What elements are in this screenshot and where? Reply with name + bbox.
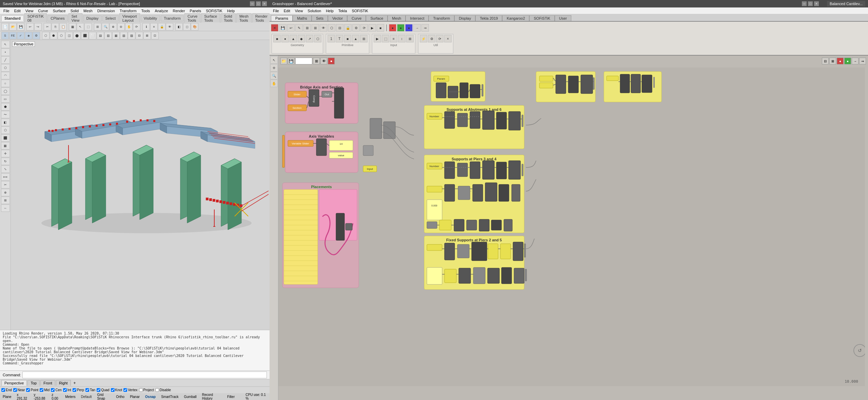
extra-btn14[interactable]: ⊠ (143, 32, 151, 39)
extra-btn12[interactable]: ▨ (128, 32, 135, 39)
gh-input-icon-2[interactable]: ⬚ (382, 35, 389, 42)
tool-surface[interactable]: ◧ (1, 119, 10, 126)
menu-panels[interactable]: Panels (188, 8, 203, 13)
gh-tab-kangaroo2[interactable]: Kangaroo2 (502, 15, 529, 21)
select-btn[interactable]: ↖ (77, 23, 84, 31)
gh-tab-curve[interactable]: Curve (347, 15, 366, 21)
snap-vertex[interactable]: Vertex (123, 388, 137, 392)
gh-btn-undo[interactable]: ↩ (287, 24, 295, 32)
gh-tab-maths[interactable]: Maths (293, 15, 312, 21)
gh-geom-icon-5[interactable]: ↗ (306, 35, 313, 42)
gh-preview-toggle-btn[interactable]: 👁 (320, 58, 327, 64)
gh-tab-display[interactable]: Display (454, 15, 475, 21)
gh-prim-icon-3[interactable]: ■ (344, 35, 351, 42)
gh-btn-color-green[interactable]: ● (397, 24, 405, 32)
tab-cplanes[interactable]: CPlanes (47, 15, 68, 21)
rotate-view-btn[interactable]: ⟳ (133, 23, 140, 31)
gh-input-icon-5[interactable]: ⊞ (406, 35, 414, 42)
gh-btn-stop[interactable]: ■ (377, 24, 384, 32)
tool-ellipse[interactable]: ◯ (1, 87, 10, 95)
paste-btn[interactable]: 📋 (59, 23, 67, 31)
rhino-viewport[interactable]: Perspective (11, 40, 270, 330)
extra-btn15[interactable]: ⊡ (151, 32, 159, 39)
gh-zoom-input[interactable]: 65% (295, 58, 312, 64)
gh-view-btn-4[interactable]: ● (844, 58, 851, 64)
tab-viewport-layout[interactable]: Viewport Layout (119, 13, 140, 23)
extra-btn4[interactable]: ◫ (65, 32, 73, 39)
sofistik-btn3[interactable]: ✓ (17, 32, 24, 39)
gh-tab-tekla2019[interactable]: Tekla 2019 (475, 15, 502, 21)
vp-tab-front[interactable]: Front (40, 380, 55, 386)
tool-line[interactable]: ╱ (1, 56, 10, 64)
extra-btn1[interactable]: ⬡ (42, 32, 50, 39)
gh-tab-vector[interactable]: Vector (328, 15, 347, 21)
menu-surface[interactable]: Surface (51, 8, 68, 13)
gh-btn-preview[interactable]: 👁 (320, 24, 327, 32)
new-file-btn[interactable]: 📄 (1, 23, 9, 31)
render-btn[interactable]: 🎨 (191, 23, 198, 31)
tool-freeform[interactable]: 〜 (1, 111, 10, 118)
tab-display[interactable]: Display (83, 15, 101, 21)
vp-tab-add[interactable]: + (72, 380, 78, 386)
gh-color-btn[interactable]: ● (328, 58, 335, 64)
gh-btn-color-red[interactable]: ● (389, 24, 396, 32)
gh-btn-sketch[interactable]: ✎ (295, 24, 303, 32)
tool-mesh[interactable]: ▦ (1, 142, 10, 149)
gh-util-icon-1[interactable]: ⚡ (420, 35, 427, 42)
gh-tab-user[interactable]: User (555, 15, 571, 21)
vp-tab-top[interactable]: Top (27, 380, 40, 386)
gh-menu-solution[interactable]: Solution (305, 8, 323, 13)
pan-btn[interactable]: ✋ (125, 23, 133, 31)
gh-util-icon-3[interactable]: ⟳ (436, 35, 443, 42)
tab-standard[interactable]: Standard (1, 15, 24, 21)
redo-btn[interactable]: ↪ (34, 23, 42, 31)
gh-geom-icon-6[interactable]: ⬡ (314, 35, 321, 42)
snap-tan[interactable]: Tan (85, 388, 95, 392)
cut-btn[interactable]: ✂ (44, 23, 51, 31)
wireframe-btn[interactable]: ◻ (183, 23, 191, 31)
tab-render-tools[interactable]: Render Tools (252, 13, 271, 23)
tab-visibility[interactable]: Visibility (141, 15, 160, 21)
ortho-label[interactable]: Ortho (116, 395, 124, 399)
snap-near[interactable]: Near (13, 388, 25, 392)
minimize-button[interactable]: ─ (250, 1, 255, 6)
copy-btn[interactable]: ⎘ (52, 23, 59, 31)
menu-tools[interactable]: Tools (139, 8, 152, 13)
extra-btn6[interactable]: ⬛ (81, 32, 88, 39)
sofistik-btn2[interactable]: FE (9, 32, 17, 39)
tool-trim[interactable]: ✂ (1, 181, 10, 188)
menu-transform[interactable]: Transform (118, 8, 139, 13)
extra-btn9[interactable]: ▥ (104, 32, 112, 39)
gh-tab-mesh[interactable]: Mesh (388, 15, 406, 21)
hide-btn[interactable]: 👁 (166, 23, 173, 31)
gh-prim-icon-5[interactable]: ⊞ (360, 35, 368, 42)
tool-arc[interactable]: ◠ (1, 72, 10, 79)
gh-lt-pan[interactable]: ✋ (270, 80, 278, 87)
tab-sofistik08[interactable]: SOFiSTiK 08 (24, 13, 47, 23)
gh-open-file-btn[interactable]: 📁 (280, 58, 287, 64)
gh-view-btn-2[interactable]: ⊠ (829, 58, 836, 64)
gh-geom-icon-1[interactable]: ■ (273, 35, 281, 42)
grid-snap-label[interactable]: Grid Snap (97, 393, 111, 400)
gh-btn-settings[interactable]: ⚙ (352, 24, 360, 32)
snap-cen[interactable]: Cen (51, 388, 61, 392)
close-button[interactable]: × (262, 1, 267, 6)
menu-mesh[interactable]: Mesh (81, 8, 95, 13)
gh-btn-arrow-right2[interactable]: ⇒ (421, 24, 429, 32)
gh-btn-run[interactable]: ▶ (369, 24, 376, 32)
menu-analyze[interactable]: Analyze (153, 8, 170, 13)
gh-tab-surface[interactable]: Surface (366, 15, 388, 21)
gh-canvas[interactable]: 📁 💾 65% ⊞ 👁 ● ⊟ ⊠ ● ● → ⇒ (278, 56, 868, 400)
gh-geom-icon-4[interactable]: ◆ (298, 35, 305, 42)
gh-btn-color-blue[interactable]: ● (405, 24, 413, 32)
gh-tab-intersect[interactable]: Intersect (406, 15, 429, 21)
command-input[interactable] (22, 372, 267, 378)
menu-dimension[interactable]: Dimension (95, 8, 117, 13)
shaded-btn[interactable]: ◧ (175, 23, 183, 31)
snap-quad[interactable]: Quad (97, 388, 109, 392)
tab-setview[interactable]: Set View (68, 13, 83, 23)
gh-tab-sofistik[interactable]: SOFiSTiK (529, 15, 555, 21)
gh-btn-zoom-ext[interactable]: ⊞ (303, 24, 311, 32)
sofistik-btn4[interactable]: ◈ (25, 32, 32, 39)
sofistik-btn1[interactable]: S (1, 32, 9, 39)
